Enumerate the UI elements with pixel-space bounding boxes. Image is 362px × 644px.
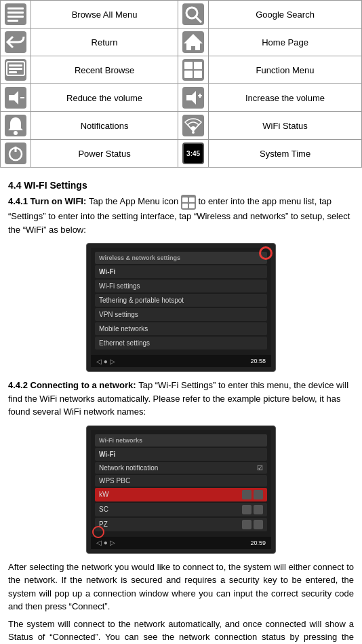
- return-icon: [5, 31, 26, 53]
- table-row: Return Home Page: [1, 29, 362, 56]
- home-page-icon-cell: [178, 29, 209, 56]
- svg-rect-24: [182, 197, 188, 202]
- wifi-screen-2-row-wifi: Wi-Fi: [95, 448, 267, 461]
- reduce-volume-label: Reduce the volume: [31, 84, 178, 112]
- subsection-4-4-2-title-text: 4.4.2 Connecting to a network:: [8, 380, 136, 390]
- wifi-screen-2-header: Wi-Fi networks: [95, 434, 267, 447]
- svg-rect-27: [189, 204, 195, 208]
- content-body: 4.4 WI-FI Settings 4.4.1 Turn on WIFI: T…: [0, 168, 362, 644]
- wifi-screen-2-row-sc: SC: [95, 503, 267, 516]
- recent-browse-icon: [5, 59, 26, 81]
- svg-rect-10: [9, 71, 17, 73]
- sc-signal-icon: [254, 505, 263, 514]
- reduce-volume-icon-cell: [1, 84, 31, 112]
- notification-check-icon: ☑: [257, 464, 263, 472]
- increase-volume-label: Increase the volume: [209, 84, 362, 112]
- wifi-screen-2-inner: Wi-Fi networks Wi-Fi Network notificatio…: [91, 430, 271, 537]
- system-time-icon: 3:45: [182, 143, 204, 164]
- svg-line-5: [196, 17, 201, 22]
- notifications-icon: [5, 115, 26, 136]
- recent-browse-icon-cell: [1, 56, 31, 84]
- kw-lock-icon: [242, 490, 252, 499]
- wifi-screen-1-row-wifi: Wi-Fi: [95, 265, 267, 278]
- wifi-screen-1-circle-indicator: [259, 246, 273, 260]
- function-menu-icon-cell: [178, 56, 209, 84]
- menu-table: Browse All Menu Google Search Return Hom…: [0, 0, 362, 168]
- wifi-screen-2-circle-indicator: [92, 526, 104, 538]
- google-search-icon: [182, 3, 204, 25]
- wifi-status-icon-cell: [178, 112, 209, 140]
- browse-all-menu-icon: [5, 3, 26, 25]
- browse-all-menu-icon-cell: [1, 1, 31, 29]
- table-row: Browse All Menu Google Search: [1, 1, 362, 29]
- svg-rect-2: [7, 16, 24, 18]
- wifi-screen-2-row-kw: kW: [95, 488, 267, 501]
- wifi-screen-2-row-pz: PZ: [95, 518, 267, 531]
- wifi-settings-screenshot-1: Wireless & network settings Wi-Fi Wi-Fi …: [86, 243, 276, 372]
- wifi-screen-2-time: 20:59: [250, 539, 266, 546]
- wifi-screen-1-row-vpn: VPN settings: [95, 308, 267, 321]
- svg-marker-17: [186, 91, 196, 105]
- table-row: Recent Browse Function Menu: [1, 56, 362, 84]
- wifi-screen-2-footer: ◁ ● ▷ 20:59: [91, 537, 271, 549]
- wifi-screen-2-nav-icons: ◁ ● ▷: [96, 539, 115, 546]
- svg-rect-3: [7, 20, 18, 22]
- recent-browse-label: Recent Browse: [31, 56, 178, 84]
- home-page-label: Home Page: [209, 29, 362, 56]
- after-text-para1: After selecting the network you would li…: [8, 561, 354, 613]
- google-search-label: Google Search: [209, 1, 362, 29]
- wifi-screen-1-footer: ◁ ● ▷ 20:58: [91, 355, 271, 367]
- pz-signal-icon: [254, 520, 263, 529]
- svg-rect-8: [9, 64, 22, 67]
- increase-volume-icon: [182, 87, 204, 109]
- wifi-screen-1-nav-icons: ◁ ● ▷: [96, 358, 115, 365]
- svg-marker-15: [9, 91, 18, 105]
- subsection-4-4-1-text: Tap the App Menu icon: [89, 196, 181, 206]
- svg-point-4: [186, 7, 197, 18]
- svg-marker-6: [184, 34, 203, 50]
- pz-lock-icon: [242, 520, 252, 529]
- svg-rect-9: [9, 68, 22, 70]
- wifi-screen-1-header: Wireless & network settings: [95, 252, 267, 264]
- table-row: Power Status 3:45 System Time: [1, 140, 362, 168]
- function-menu-label: Function Menu: [209, 56, 362, 84]
- section-4-4-title: 4.4 WI-FI Settings: [8, 180, 354, 191]
- wifi-screen-1-row-ethernet: Ethernet settings: [95, 337, 267, 349]
- return-label: Return: [31, 29, 178, 56]
- svg-point-21: [192, 131, 195, 134]
- function-menu-icon: [182, 59, 204, 81]
- table-row: Reduce the volume Increase the volume: [1, 84, 362, 112]
- svg-rect-13: [184, 71, 193, 78]
- subsection-4-4-1-title: 4.4.1 Turn on WIFI: Tap the App Menu ico…: [8, 195, 354, 236]
- power-status-icon: [5, 143, 26, 164]
- return-icon-cell: [1, 29, 31, 56]
- app-menu-inline-icon: [181, 195, 196, 210]
- browse-all-menu-label: Browse All Menu: [31, 1, 178, 29]
- subsection-4-4-2-title: 4.4.2 Connecting to a network: Tap “Wi-F…: [8, 379, 354, 419]
- system-time-label: System Time: [209, 140, 362, 168]
- wifi-screen-1-row-mobile: Mobile networks: [95, 322, 267, 335]
- svg-rect-25: [189, 197, 195, 202]
- system-time-icon-cell: 3:45: [178, 140, 209, 168]
- power-status-label: Power Status: [31, 140, 178, 168]
- sc-lock-icon: [242, 505, 252, 514]
- wifi-screen-2-row-wps: WPS PBC: [95, 475, 267, 487]
- subsection-4-4-1-title-text: 4.4.1 Turn on WIFI:: [8, 196, 86, 206]
- svg-rect-12: [194, 62, 202, 69]
- home-page-icon: [182, 31, 204, 53]
- wifi-status-icon: [182, 115, 204, 136]
- wifi-screen-1-inner: Wireless & network settings Wi-Fi Wi-Fi …: [91, 248, 271, 355]
- power-status-icon-cell: [1, 140, 31, 168]
- svg-rect-1: [7, 12, 24, 14]
- increase-volume-icon-cell: [178, 84, 209, 112]
- svg-rect-26: [182, 204, 188, 208]
- wifi-screen-1-time: 20:58: [250, 358, 266, 364]
- wifi-status-label: WiFi Status: [209, 112, 362, 140]
- after-text-para2: The system will connect to the network a…: [8, 618, 354, 645]
- table-row: Notifications WiFi Status: [1, 112, 362, 140]
- svg-rect-11: [184, 62, 193, 69]
- google-search-icon-cell: [178, 1, 209, 29]
- svg-rect-0: [7, 7, 24, 10]
- wifi-network-list-screenshot: Wi-Fi networks Wi-Fi Network notificatio…: [86, 425, 276, 554]
- reduce-volume-icon: [5, 87, 26, 109]
